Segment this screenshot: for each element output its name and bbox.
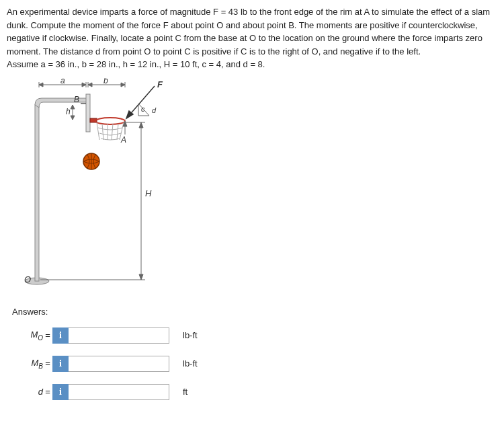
figure: a b B h F A c d H O xyxy=(20,78,181,293)
svg-marker-28 xyxy=(139,122,143,128)
svg-marker-10 xyxy=(39,83,43,87)
answer-eq: = xyxy=(43,387,52,397)
svg-marker-19 xyxy=(71,116,75,120)
svg-marker-29 xyxy=(139,274,143,280)
answer-input-mb[interactable] xyxy=(69,356,169,372)
problem-p2: Assume a = 36 in., b = 28 in., h = 12 in… xyxy=(7,59,265,69)
label-c: c xyxy=(141,105,145,113)
label-F: F xyxy=(157,79,163,89)
answer-row-d: d = i ft xyxy=(16,384,497,400)
svg-rect-1 xyxy=(35,105,39,281)
svg-marker-18 xyxy=(71,105,75,109)
answer-row-mo: MO = i lb-ft xyxy=(16,327,497,344)
info-button-mo[interactable]: i xyxy=(52,327,69,344)
answer-var-mo: MO xyxy=(16,330,43,342)
svg-marker-11 xyxy=(82,83,86,87)
answer-input-d[interactable] xyxy=(69,384,169,400)
answer-unit-mb: lb-ft xyxy=(183,358,198,369)
answer-unit-mo: lb-ft xyxy=(183,330,198,340)
svg-marker-15 xyxy=(88,83,92,87)
answer-var-d: d xyxy=(16,387,43,397)
answer-eq: = xyxy=(43,358,52,369)
answers-heading: Answers: xyxy=(12,307,497,317)
problem-p1: An experimental device imparts a force o… xyxy=(7,7,490,56)
answer-var-mb: MB xyxy=(16,358,43,370)
answer-row-mb: MB = i lb-ft xyxy=(16,356,497,372)
answer-unit-d: ft xyxy=(183,387,187,397)
label-a: a xyxy=(60,78,65,85)
svg-rect-2 xyxy=(86,94,90,132)
answer-eq: = xyxy=(43,330,52,340)
problem-statement: An experimental device imparts a force o… xyxy=(7,5,497,71)
label-H-dim: H xyxy=(145,188,152,198)
svg-point-5 xyxy=(95,118,125,124)
label-h: h xyxy=(66,107,71,116)
info-button-mb[interactable]: i xyxy=(52,356,69,372)
label-b: b xyxy=(103,78,108,85)
label-B-point: B xyxy=(74,95,79,104)
label-A: A xyxy=(120,135,126,145)
svg-marker-16 xyxy=(121,83,125,87)
info-button-d[interactable]: i xyxy=(52,384,69,400)
label-O: O xyxy=(24,274,31,284)
answer-input-mo[interactable] xyxy=(69,327,169,344)
label-d-tri: d xyxy=(152,106,157,114)
